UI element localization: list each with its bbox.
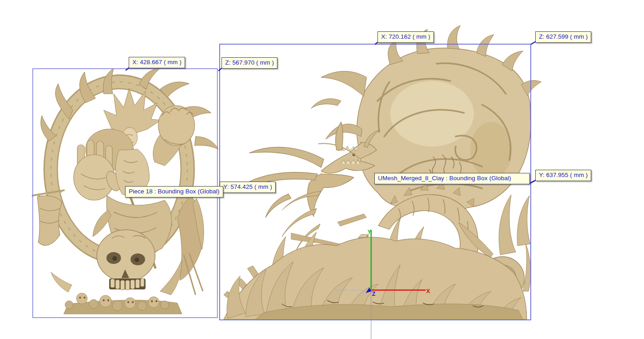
dim-label-x-right: X: 720.162 ( mm ): [377, 31, 434, 43]
dim-label-y-left: Y: 574.425 ( mm ): [220, 182, 276, 193]
figure-drapery: [177, 196, 204, 295]
axis-x-label: X: [426, 288, 430, 294]
axis-y-label: Y: [367, 229, 371, 235]
viewport-3d[interactable]: X Y Z X: 428.667 ( mm ) Z: 567.970 ( mm …: [0, 0, 644, 339]
bounding-box-name-label-left: Piece 18 : Bounding Box (Global): [125, 186, 223, 197]
bounding-box-name-label-right: UMesh_Merged_8_Clay : Bounding Box (Glob…: [374, 173, 530, 184]
dim-label-z-left: Z: 567.970 ( mm ): [221, 57, 277, 69]
axis-z-label: Z: [372, 291, 375, 297]
dim-label-y-right: Y: 637.955 ( mm ): [535, 170, 591, 181]
dim-label-x-left: X: 428.667 ( mm ): [129, 57, 185, 68]
dim-label-z-right: Z: 627.599 ( mm ): [535, 31, 591, 43]
skull-base: [97, 230, 155, 290]
